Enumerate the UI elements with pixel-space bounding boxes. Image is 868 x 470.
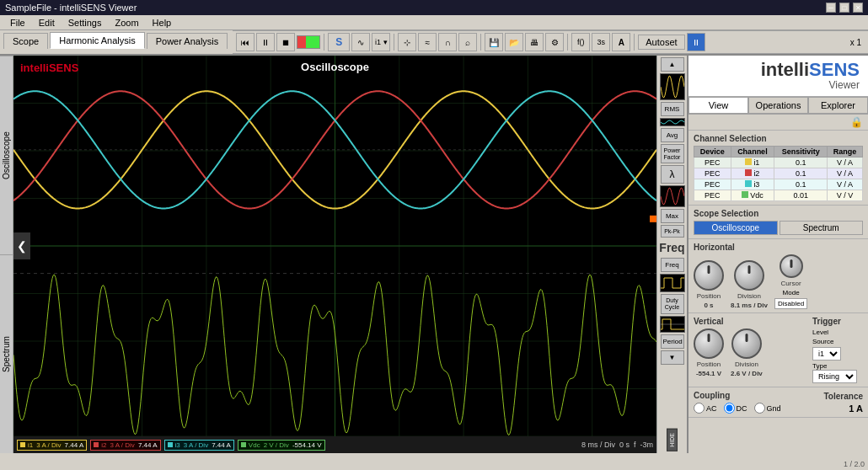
brand-name: intelliSENS	[761, 61, 860, 79]
btn-cursor[interactable]: ⊹	[398, 33, 416, 51]
h-position-knob[interactable]	[694, 260, 724, 291]
btn-3s[interactable]: 3s	[592, 33, 610, 51]
ch-vdc-channel: Vdc	[731, 190, 774, 201]
menu-zoom[interactable]: Zoom	[108, 16, 145, 29]
coupling-dc-label[interactable]: DC	[724, 403, 747, 414]
btn-zoom[interactable]: ⌕	[458, 33, 477, 51]
channel-table: Device Channel Sensitivity Range PEC i1 …	[694, 146, 863, 201]
btn-open[interactable]: 📂	[505, 33, 523, 51]
menu-settings[interactable]: Settings	[62, 16, 109, 29]
avg-mini-chart	[660, 118, 685, 126]
scope-selection-title: Scope Selection	[694, 209, 863, 218]
coupling-ac-radio[interactable]	[694, 403, 705, 414]
trigger-type-select[interactable]: Rising Falling	[812, 370, 857, 383]
ch-i2-channel: i2	[731, 168, 774, 179]
ch-vdc-range: V / V	[828, 190, 863, 201]
rewind-button[interactable]: ⏮	[236, 33, 255, 51]
h-division-label: Division	[737, 292, 761, 300]
freq-button[interactable]: Freq	[661, 258, 684, 272]
record-indicator	[297, 35, 320, 49]
period-button[interactable]: Period	[661, 334, 684, 349]
menu-edit[interactable]: Edit	[32, 16, 62, 29]
coupling-ac-label[interactable]: AC	[694, 403, 717, 414]
channel-row-i1: PEC i1 0.1 V / A	[694, 158, 863, 168]
ch-i1-range: V / A	[828, 158, 863, 168]
oscilloscope-label: Oscilloscope	[0, 56, 13, 254]
lambda-button[interactable]: λ	[661, 165, 684, 184]
menu-help[interactable]: Help	[146, 16, 179, 29]
horizontal-section: Horizontal Position 0 s Division 8.1 ms …	[689, 239, 868, 313]
toolbar: ⏮ ⏸ ⏹ S ∿ i1 ▾ ⊹ ≈ ∩ ⌕ 💾 📂 🖶 ⚙ f() 3s A …	[233, 30, 868, 54]
btn-save[interactable]: 💾	[485, 33, 503, 51]
btn-settings-gear[interactable]: ⚙	[545, 33, 564, 51]
close-button[interactable]: ✕	[853, 3, 863, 13]
oscilloscope-btn[interactable]: Oscilloscope	[694, 221, 778, 235]
scroll-down-button[interactable]: ▼	[661, 350, 684, 365]
pk-pk-button[interactable]: Pk-Pk	[661, 225, 684, 238]
panel-tab-view[interactable]: View	[689, 97, 748, 114]
ch-i2-device: PEC	[694, 168, 731, 179]
intellisens-icon-btn[interactable]: S	[328, 33, 350, 51]
zoom-level: x 1	[850, 38, 861, 47]
duty-cycle-button[interactable]: Duty Cycle	[661, 294, 684, 313]
scope-title: Oscilloscope	[301, 61, 369, 73]
cursor-knob[interactable]	[780, 254, 803, 278]
power-factor-button[interactable]: Power Factor	[661, 144, 684, 163]
sep1	[324, 34, 324, 51]
btn-i1[interactable]: i1 ▾	[372, 33, 390, 51]
btn-print[interactable]: 🖶	[525, 33, 544, 51]
tab-scope[interactable]: Scope	[3, 33, 48, 49]
ch-vdc-label: Vdc	[249, 441, 260, 449]
brand-intelli: intelli	[761, 59, 809, 80]
minimize-button[interactable]: ─	[826, 3, 836, 13]
panel-tab-operations[interactable]: Operations	[748, 97, 808, 114]
run-pause-button[interactable]: ⏸	[687, 33, 705, 51]
ch-i3-div: 3 A / Div	[184, 441, 208, 449]
autoset-button[interactable]: Autoset	[638, 35, 684, 50]
tab-power-analysis[interactable]: Power Analysis	[147, 33, 228, 49]
avg-button[interactable]: Avg	[661, 128, 684, 142]
channel-row-vdc: PEC Vdc 0.01 V / V	[694, 190, 863, 201]
pause-button[interactable]: ⏸	[256, 33, 275, 51]
btn-freq[interactable]: f()	[571, 33, 590, 51]
ch-i1-dot	[20, 442, 25, 447]
ch-i3-label: i3	[175, 441, 180, 449]
coupling-section: Coupling AC DC Gnd Tolerance 1 A	[689, 387, 868, 418]
nav-left-button[interactable]: ❮	[13, 232, 30, 259]
ch-vdc-dot	[241, 442, 246, 447]
ch-i3-value: 7.44 A	[212, 441, 231, 449]
spectrum-btn[interactable]: Spectrum	[780, 221, 864, 235]
btn-wave1[interactable]: ∿	[351, 33, 370, 51]
coupling-title: Coupling	[694, 391, 781, 400]
tolerance-group: Tolerance 1 A	[824, 392, 864, 414]
v-division-knob[interactable]	[731, 328, 762, 359]
spectrum-label: Spectrum	[0, 254, 13, 453]
scroll-up-button[interactable]: ▲	[661, 57, 684, 72]
tolerance-value: 1 A	[824, 403, 864, 414]
title-bar: SampleFile - intelliSENS Viewer ─ □ ✕	[0, 0, 868, 15]
h-division-knob[interactable]	[734, 260, 764, 291]
sep3	[480, 34, 481, 51]
trigger-source-select[interactable]: i1 i2 i3	[812, 347, 841, 361]
coupling-dc-radio[interactable]	[724, 403, 735, 414]
lock-icon[interactable]: 🔒	[850, 116, 863, 128]
hide-button[interactable]: HIDE	[667, 429, 678, 451]
max-button[interactable]: Max	[661, 209, 684, 223]
sep2	[394, 34, 394, 51]
coupling-gnd-label[interactable]: Gnd	[754, 403, 781, 414]
menu-file[interactable]: File	[3, 16, 32, 29]
h-division-value: 8.1 ms / Div	[731, 302, 768, 309]
btn-a[interactable]: A	[612, 33, 630, 51]
ch-i2-div: 3 A / Div	[110, 441, 135, 449]
btn-fft[interactable]: ∩	[438, 33, 457, 51]
coupling-gnd-radio[interactable]	[754, 403, 765, 414]
stop-button[interactable]: ⏹	[276, 33, 295, 51]
v-position-knob[interactable]	[694, 328, 724, 359]
ch-i3-color	[745, 180, 752, 187]
maximize-button[interactable]: □	[839, 3, 849, 13]
tab-harmonic-analysis[interactable]: Harmonic Analysis	[50, 32, 144, 49]
rms-button[interactable]: RMS	[661, 102, 684, 116]
ch-i3-channel: i3	[731, 179, 774, 190]
btn-measure[interactable]: ≈	[418, 33, 437, 51]
panel-tab-explorer[interactable]: Explorer	[808, 97, 868, 114]
